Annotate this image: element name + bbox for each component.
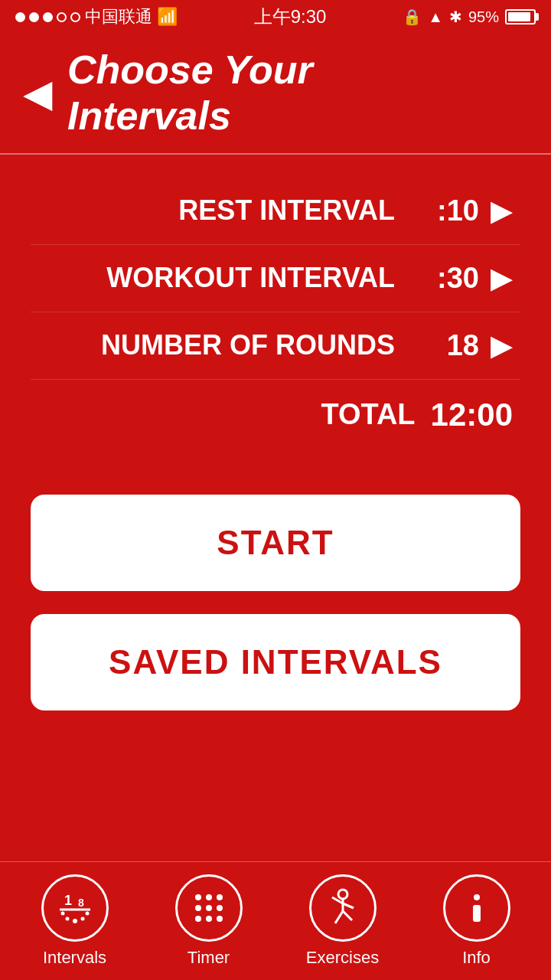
battery-fill: [508, 12, 530, 21]
svg-point-14: [195, 916, 201, 922]
bluetooth-icon: ✱: [449, 8, 462, 26]
total-row: TOTAL 12:00: [31, 380, 520, 456]
svg-point-11: [195, 905, 201, 911]
svg-point-8: [195, 894, 201, 900]
dot1: [15, 12, 25, 22]
workout-interval-value: :30: [410, 262, 479, 295]
main-content: REST INTERVAL :10 ▶ WORKOUT INTERVAL :30…: [0, 155, 551, 479]
dot5: [70, 12, 80, 22]
status-time: 上午9:30: [254, 5, 327, 29]
svg-line-21: [335, 911, 343, 923]
svg-point-9: [206, 894, 212, 900]
info-icon-circle: [443, 874, 510, 942]
header-title: Choose Your Intervals: [67, 47, 313, 139]
tab-info-label: Info: [462, 948, 491, 968]
status-right: 🔒 ▲ ✱ 95%: [403, 8, 536, 26]
rest-interval-value: :10: [410, 194, 479, 227]
svg-point-13: [217, 905, 223, 911]
rounds-value: 18: [410, 329, 479, 362]
location-icon: ▲: [428, 8, 443, 26]
svg-point-23: [474, 894, 480, 900]
header: ◀ Choose Your Intervals: [0, 34, 551, 155]
tab-timer[interactable]: Timer: [142, 874, 276, 968]
back-button[interactable]: ◀: [23, 74, 52, 113]
svg-text:1: 1: [64, 893, 72, 908]
exercises-icon-circle: [309, 874, 377, 942]
saved-intervals-button[interactable]: SAVED INTERVALS: [31, 614, 520, 710]
svg-point-3: [80, 917, 84, 921]
tab-bar: 1 8 Intervals: [0, 861, 551, 980]
svg-point-12: [206, 905, 212, 911]
svg-text:8: 8: [78, 897, 84, 909]
total-value: 12:00: [431, 397, 513, 433]
dot4: [57, 12, 67, 22]
tab-info[interactable]: Info: [409, 874, 543, 968]
exercises-icon: [321, 887, 364, 929]
signal-dots: [15, 12, 80, 22]
svg-point-5: [65, 917, 69, 921]
workout-interval-label: WORKOUT INTERVAL: [38, 262, 395, 294]
svg-point-16: [217, 916, 223, 922]
svg-point-10: [217, 894, 223, 900]
rest-interval-row[interactable]: REST INTERVAL :10 ▶: [31, 178, 520, 245]
status-left: 中国联通 📶: [15, 5, 178, 28]
intervals-icon-circle: 1 8: [41, 874, 109, 942]
intervals-icon: 1 8: [54, 887, 96, 929]
battery-icon: [505, 9, 536, 24]
tab-exercises[interactable]: Exercises: [276, 874, 409, 968]
svg-point-2: [73, 919, 77, 923]
wifi-icon: 📶: [157, 7, 178, 27]
svg-line-20: [343, 903, 354, 908]
status-bar: 中国联通 📶 上午9:30 🔒 ▲ ✱ 95%: [0, 0, 551, 34]
svg-point-4: [85, 912, 89, 916]
tab-timer-label: Timer: [187, 948, 230, 968]
tab-exercises-label: Exercises: [306, 948, 379, 968]
dot2: [29, 12, 39, 22]
svg-point-17: [338, 890, 347, 899]
svg-rect-24: [473, 905, 481, 922]
timer-icon-circle: [175, 874, 243, 942]
lock-icon: 🔒: [403, 8, 422, 26]
buttons-section: START SAVED INTERVALS: [0, 479, 551, 726]
title-line1: Choose Your: [67, 47, 313, 92]
rounds-row[interactable]: NUMBER OF ROUNDS 18 ▶: [31, 312, 520, 380]
svg-point-15: [206, 916, 212, 922]
workout-interval-arrow[interactable]: ▶: [491, 263, 513, 292]
total-label: TOTAL: [321, 398, 415, 431]
timer-icon: [187, 887, 230, 929]
info-icon: [455, 887, 498, 929]
tab-intervals-label: Intervals: [43, 948, 106, 968]
svg-point-6: [60, 912, 64, 916]
carrier-label: 中国联通: [85, 5, 152, 28]
rest-interval-arrow[interactable]: ▶: [491, 196, 513, 225]
dot3: [43, 12, 53, 22]
start-button[interactable]: START: [31, 495, 520, 591]
rest-interval-label: REST INTERVAL: [38, 194, 395, 227]
title-line2: Intervals: [67, 93, 231, 138]
battery-percent: 95%: [468, 8, 499, 26]
tab-intervals[interactable]: 1 8 Intervals: [8, 874, 142, 968]
workout-interval-row[interactable]: WORKOUT INTERVAL :30 ▶: [31, 245, 520, 312]
rounds-label: NUMBER OF ROUNDS: [38, 329, 395, 361]
svg-line-22: [343, 911, 352, 920]
rounds-arrow[interactable]: ▶: [491, 331, 513, 360]
